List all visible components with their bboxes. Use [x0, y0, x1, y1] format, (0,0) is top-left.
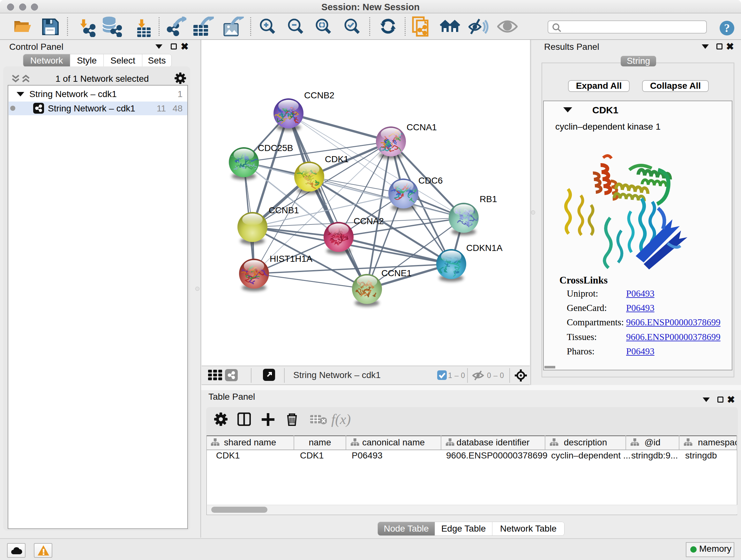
svg-text:CCNB2: CCNB2: [304, 90, 334, 100]
svg-text:?: ?: [724, 22, 730, 35]
svg-text:CDC6: CDC6: [418, 176, 443, 186]
svg-text:CCNE1: CCNE1: [381, 268, 412, 278]
svg-text:RB1: RB1: [480, 194, 497, 204]
svg-text:CCNA2: CCNA2: [354, 216, 384, 226]
svg-text:CDKN1A: CDKN1A: [466, 243, 502, 253]
svg-text:CDK1: CDK1: [325, 154, 349, 164]
svg-text:CCNA1: CCNA1: [407, 122, 437, 132]
svg-text:HIST1H1A: HIST1H1A: [270, 254, 313, 264]
svg-text:CDC25B: CDC25B: [258, 143, 293, 153]
svg-text:CCNB1: CCNB1: [269, 205, 299, 215]
